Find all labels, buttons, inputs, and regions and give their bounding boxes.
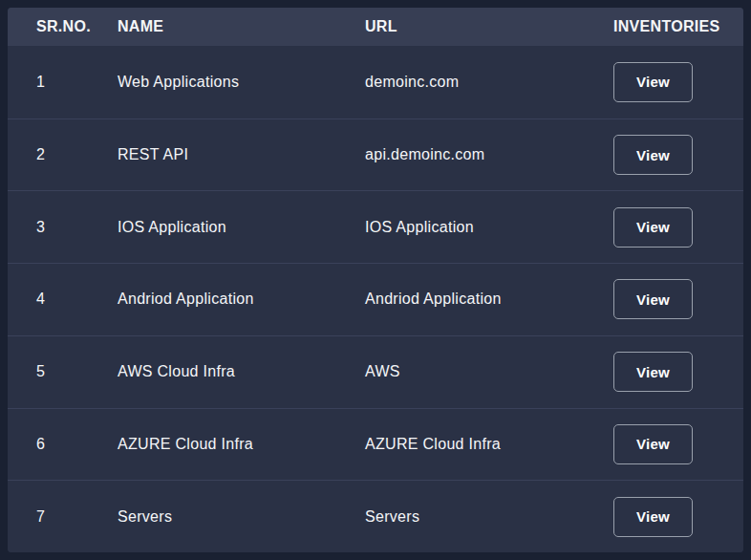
cell-inventories: View <box>613 424 743 464</box>
cell-url: api.demoinc.com <box>365 146 613 163</box>
view-button[interactable]: View <box>613 62 693 102</box>
cell-srno: 5 <box>8 363 118 380</box>
table-row: 6 AZURE Cloud Infra AZURE Cloud Infra Vi… <box>8 408 743 481</box>
cell-url: AZURE Cloud Infra <box>365 436 613 453</box>
table-row: 7 Servers Servers View <box>8 480 743 552</box>
cell-name: REST API <box>118 146 365 163</box>
column-header-inventories: INVENTORIES <box>613 18 743 35</box>
table-row: 3 IOS Application IOS Application View <box>8 190 743 263</box>
cell-srno: 6 <box>8 436 118 453</box>
view-button[interactable]: View <box>613 135 693 175</box>
column-header-url: URL <box>365 18 613 35</box>
column-header-srno: SR.NO. <box>8 18 118 35</box>
table-row: 5 AWS Cloud Infra AWS View <box>8 335 743 408</box>
table-row: 2 REST API api.demoinc.com View <box>8 118 743 191</box>
cell-url: Servers <box>365 508 613 526</box>
assets-table-card: SR.NO. NAME URL INVENTORIES 1 Web Applic… <box>8 8 743 552</box>
cell-name: Andriod Application <box>118 291 365 308</box>
cell-name: AWS Cloud Infra <box>118 363 365 380</box>
table-row: 1 Web Applications demoinc.com View <box>8 46 743 118</box>
cell-name: Web Applications <box>118 74 365 91</box>
cell-name: AZURE Cloud Infra <box>118 436 365 453</box>
cell-srno: 1 <box>8 74 118 91</box>
table-body: 1 Web Applications demoinc.com View 2 RE… <box>8 46 743 552</box>
cell-inventories: View <box>613 497 743 537</box>
cell-inventories: View <box>613 62 743 102</box>
view-button[interactable]: View <box>613 424 693 464</box>
cell-url: demoinc.com <box>365 74 613 91</box>
cell-srno: 3 <box>8 219 118 236</box>
cell-inventories: View <box>613 279 743 319</box>
cell-inventories: View <box>613 207 743 248</box>
cell-url: AWS <box>365 363 613 380</box>
view-button[interactable]: View <box>613 497 693 537</box>
cell-srno: 7 <box>8 508 118 526</box>
view-button[interactable]: View <box>613 352 693 392</box>
cell-url: Andriod Application <box>365 291 613 308</box>
cell-url: IOS Application <box>365 219 613 236</box>
column-header-name: NAME <box>118 18 365 35</box>
cell-srno: 2 <box>8 146 118 163</box>
cell-inventories: View <box>613 352 743 392</box>
table-row: 4 Andriod Application Andriod Applicatio… <box>8 263 743 335</box>
table-header-row: SR.NO. NAME URL INVENTORIES <box>8 8 743 46</box>
cell-srno: 4 <box>8 291 118 308</box>
cell-inventories: View <box>613 135 743 175</box>
view-button[interactable]: View <box>613 207 693 248</box>
cell-name: Servers <box>118 508 365 526</box>
view-button[interactable]: View <box>613 279 693 319</box>
cell-name: IOS Application <box>118 219 365 236</box>
